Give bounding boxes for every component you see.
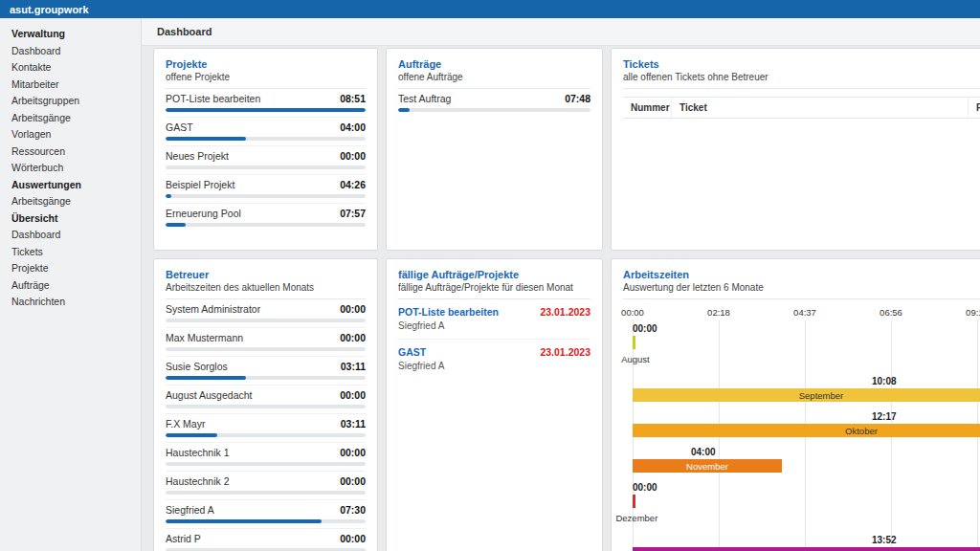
supervisor-row[interactable]: Haustechnik 1 00:00 [166,443,366,472]
supervisor-row[interactable]: Susie Sorglos 03:11 [166,357,366,386]
due-item-name[interactable]: POT-Liste bearbeiten [398,306,499,318]
card-tickets-title[interactable]: Tickets [623,58,980,70]
arbeitszeiten-chart: 00:0002:1804:3706:5609:15 00:00August10:… [633,307,980,551]
due-item-person: Siegfried A [398,320,499,331]
project-row[interactable]: Erneuerung Pool 07:57 [166,204,366,231]
order-row-top: Test Auftrag 07:48 [398,93,590,104]
supervisor-row[interactable]: Max Mustermann 00:00 [166,328,366,357]
order-row[interactable]: Test Auftrag 07:48 [398,89,590,117]
card-faellige-head: fällige Aufträge/Projekte fällige Aufträ… [398,269,590,299]
card-faellige-title[interactable]: fällige Aufträge/Projekte [398,269,590,280]
sidebar-item[interactable]: Dashboard [0,43,141,60]
sidebar-item[interactable]: Nachrichten [0,294,141,311]
due-item-left: POT-Liste bearbeiten Siegfried A [398,306,499,331]
progress-track [166,319,366,322]
project-time: 04:00 [340,121,366,133]
sidebar-item[interactable]: Arbeitsgruppen [0,93,141,110]
project-row-top: GAST 04:00 [166,121,366,133]
supervisor-time: 00:00 [340,303,366,315]
supervisor-name: Max Mustermann [166,332,243,343]
supervisor-row[interactable]: August Ausgedacht 00:00 [166,386,366,414]
sidebar-item[interactable]: Aufträge [0,277,141,295]
progress-track [166,491,366,495]
card-arbeitszeiten-title[interactable]: Arbeitszeiten [623,269,980,280]
due-item[interactable]: POT-Liste bearbeiten Siegfried A 23.01.2… [398,299,590,339]
chart-row-august: 00:00August [633,322,980,366]
bar-dezember[interactable] [633,495,635,508]
progress-track [166,376,366,380]
card-arbeitszeiten-subtitle: Auswertung der letzten 6 Monate [623,282,980,293]
supervisor-time: 00:00 [340,533,366,544]
supervisor-name: F.X Mayr [166,418,205,430]
card-betreuer-title[interactable]: Betreuer [166,269,366,280]
projekte-list: POT-Liste bearbeiten 08:51 GAST 04:00 [166,89,366,231]
project-row-top: POT-Liste bearbeiten 08:51 [166,93,366,104]
due-item-name[interactable]: GAST [398,346,444,358]
sidebar-item[interactable]: Arbeitsgänge [0,110,141,127]
progress-track [166,347,366,351]
progress-fill [166,433,217,437]
supervisor-row[interactable]: Haustechnik 2 00:00 [166,472,366,500]
page-header: Dashboard [142,18,980,46]
supervisor-row[interactable]: System Administrator 00:00 [166,299,366,328]
project-row[interactable]: Neues Projekt 00:00 [166,146,366,175]
bar-oktober[interactable]: Oktober [633,424,980,437]
sidebar-item[interactable]: Dashboard [0,227,141,244]
supervisor-name: Haustechnik 1 [166,447,230,458]
sidebar-item: Übersicht [0,210,141,228]
sidebar-item[interactable]: Mitarbeiter [0,77,141,94]
sidebar-item[interactable]: Tickets [0,244,141,261]
sidebar-item[interactable]: Kontakte [0,59,141,77]
bar-november[interactable]: November [633,459,782,473]
progress-track [166,194,366,198]
sidebar-item[interactable]: Vorlagen [0,126,141,143]
card-betreuer: Betreuer Arbeitszeiten des aktuellen Mon… [153,258,378,551]
supervisor-row[interactable]: F.X Mayr 03:11 [166,414,366,443]
sidebar-item[interactable]: Ressourcen [0,143,141,161]
supervisor-name: Astrid P [166,533,201,544]
sidebar-item[interactable]: Wörterbuch [0,160,141,177]
due-item[interactable]: GAST Siegfried A 23.01.2023 [398,339,590,379]
card-betreuer-head: Betreuer Arbeitszeiten des aktuellen Mon… [166,269,366,299]
bar-value-label: 13:52 [872,534,897,546]
bar-jänner[interactable]: Jänner [633,547,980,551]
progress-track [166,519,366,523]
app-layout: Verwaltung Dashboard Kontakte Mitarbeite… [0,18,980,551]
tickets-col-ticket[interactable]: Ticket [671,98,968,118]
progress-fill [166,376,246,380]
bar-august[interactable] [633,336,635,349]
sidebar-item: Verwaltung [0,26,141,43]
supervisor-row[interactable]: Siegfried A 07:30 [166,500,366,529]
bar-september[interactable]: September [633,388,980,402]
due-item-person: Siegfried A [398,361,444,371]
project-name: Beispiel Projekt [166,179,234,190]
bar-month-label: August [621,354,650,364]
supervisor-name: Haustechnik 2 [166,475,230,487]
project-name: Neues Projekt [166,150,229,162]
project-time: 04:26 [340,179,366,190]
bar-month-label: September [799,390,843,401]
brand-logo[interactable]: asut.groupwork [10,4,89,15]
betreuer-list: System Administrator 00:00 Max Musterman… [166,299,366,551]
sidebar-item[interactable]: Projekte [0,260,141,277]
progress-fill [166,223,186,227]
order-time: 07:48 [565,93,590,104]
progress-track [398,108,590,112]
progress-track [166,165,366,169]
supervisor-row[interactable]: Astrid P 00:00 [166,529,366,551]
axis-tick-label: 00:00 [621,307,644,318]
tickets-col-nummer[interactable]: Nummer [623,98,671,118]
project-row-top: Erneuerung Pool 07:57 [166,208,366,219]
project-row[interactable]: Beispiel Projekt 04:26 [166,175,366,204]
project-row[interactable]: GAST 04:00 [166,118,366,146]
supervisor-name: Siegfried A [166,504,214,516]
supervisor-row-top: Susie Sorglos 03:11 [166,361,366,372]
chart-row-dezember: 00:00Dezember [633,481,980,525]
project-row[interactable]: POT-Liste bearbeiten 08:51 [166,89,366,118]
card-projekte-title[interactable]: Projekte [166,58,366,70]
tickets-col-firma[interactable]: F [968,98,980,118]
card-auftraege-title[interactable]: Aufträge [398,58,590,70]
auftraege-list: Test Auftrag 07:48 [398,89,590,117]
sidebar-item[interactable]: Arbeitsgänge [0,193,141,210]
card-projekte-head: Projekte offene Projekte [166,58,366,89]
